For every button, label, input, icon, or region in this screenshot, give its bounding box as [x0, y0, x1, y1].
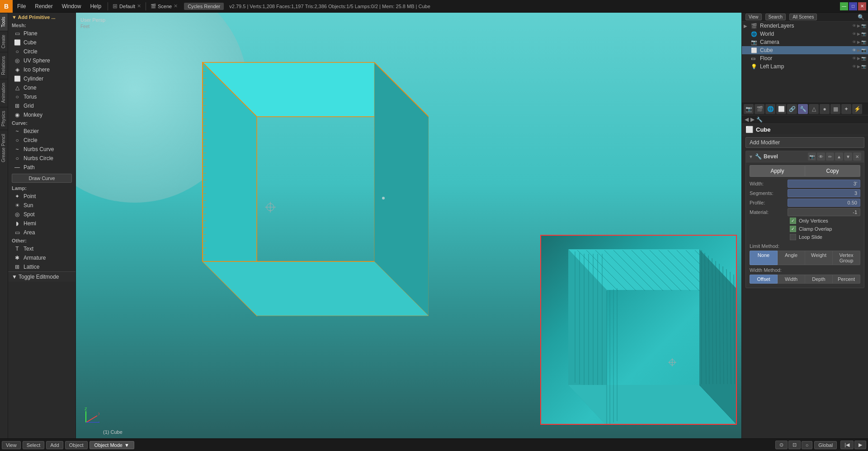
profile-value[interactable]: 0.50: [788, 199, 860, 207]
outliner-view-btn[interactable]: View: [745, 14, 762, 20]
limit-weight-btn[interactable]: Weight: [805, 251, 833, 265]
sidebar-item-plane[interactable]: ▭ Plane: [8, 29, 75, 38]
sidebar-item-bezier[interactable]: ~ Bezier: [8, 127, 75, 136]
sidebar-item-cylinder[interactable]: ⬜ Cylinder: [8, 74, 75, 83]
proportional-btn[interactable]: ○: [802, 441, 813, 449]
width-depth-btn[interactable]: Depth: [805, 275, 833, 284]
prop-modifier-icon[interactable]: 🔧: [798, 104, 808, 114]
snap-to-btn[interactable]: ⊙: [775, 441, 788, 449]
bottom-object-btn[interactable]: Object: [65, 441, 88, 449]
modifier-editmode-btn[interactable]: ✏: [826, 152, 834, 161]
outliner-row-world[interactable]: 🌐 World 👁 ▶ 📷: [742, 30, 868, 38]
sidebar-item-point[interactable]: ✦ Point: [8, 192, 75, 201]
global-btn[interactable]: Global: [814, 441, 837, 449]
tab-grease-pencil[interactable]: Grease Pencil: [0, 130, 8, 166]
sidebar-item-hemi[interactable]: ◗ Hemi: [8, 219, 75, 228]
width-value[interactable]: 3': [788, 180, 860, 188]
bottom-view-btn[interactable]: View: [2, 441, 21, 449]
prop-world-icon[interactable]: 🌐: [765, 104, 775, 114]
anim-icon[interactable]: ▶: [854, 441, 866, 449]
copy-button[interactable]: Copy: [805, 165, 860, 177]
modifier-delete-btn[interactable]: ✕: [853, 152, 861, 161]
minimize-button[interactable]: —: [840, 2, 848, 10]
only-vertices-checkbox[interactable]: ✓: [790, 218, 796, 224]
timeline-icon[interactable]: |◀: [840, 441, 854, 449]
outliner-row-floor[interactable]: ▭ Floor 👁 ▶ 📷: [742, 54, 868, 62]
sidebar-item-curve-circle[interactable]: ○ Circle: [8, 136, 75, 145]
sidebar-item-spot[interactable]: ◎ Spot: [8, 210, 75, 219]
sidebar-item-uvsphere[interactable]: ◎ UV Sphere: [8, 56, 75, 65]
outliner-search-btn[interactable]: Search: [765, 14, 786, 20]
sidebar-item-area[interactable]: ▭ Area: [8, 228, 75, 237]
toggle-editmode[interactable]: ▼ Toggle Editmode: [8, 271, 75, 282]
tab-physics[interactable]: Physics: [0, 107, 8, 130]
outliner-row-leftlamp[interactable]: 💡 Left Lamp 👁 ▶ 📷: [742, 62, 868, 71]
outliner-row-cube[interactable]: ⬜ Cube 👁 ▶ 📷: [742, 46, 868, 54]
menu-render[interactable]: Render: [30, 0, 57, 13]
modifier-down-btn[interactable]: ▼: [844, 152, 852, 161]
scene-label[interactable]: Scene: [158, 4, 172, 9]
prop-object-icon[interactable]: ⬜: [776, 104, 786, 114]
scene-x[interactable]: ✕: [174, 3, 178, 9]
prop-render-icon[interactable]: 📷: [744, 104, 754, 114]
sidebar-item-torus[interactable]: ○ Torus: [8, 92, 75, 101]
snap-type-btn[interactable]: ⊡: [788, 441, 801, 449]
outliner-search-icon[interactable]: 🔍: [858, 14, 864, 20]
outliner-scenes-btn[interactable]: All Scenes: [789, 14, 817, 20]
width-width-btn[interactable]: Width: [778, 275, 805, 284]
modifier-expand-arrow[interactable]: ▼: [749, 154, 753, 159]
width-offset-btn[interactable]: Offset: [750, 275, 778, 284]
loop-slide-checkbox[interactable]: [790, 234, 796, 240]
bottom-add-btn[interactable]: Add: [46, 441, 63, 449]
sidebar-item-nurbs-curve[interactable]: ~ Nurbs Curve: [8, 145, 75, 154]
tab-animation[interactable]: Animation: [0, 79, 8, 106]
prop-nav-back[interactable]: ◀: [745, 116, 749, 123]
sidebar-item-monkey[interactable]: ◉ Monkey: [8, 110, 75, 119]
tab-create[interactable]: Create: [0, 31, 8, 52]
add-modifier-button[interactable]: Add Modifier: [745, 137, 864, 148]
prop-particles-icon[interactable]: ✦: [841, 104, 851, 114]
sidebar-item-text[interactable]: T Text: [8, 244, 75, 253]
sidebar-item-cone[interactable]: △ Cone: [8, 83, 75, 92]
workspace-label[interactable]: Default: [119, 4, 135, 9]
outliner-row-camera[interactable]: 📷 Camera 👁 ▶ 📷: [742, 38, 868, 46]
render-engine[interactable]: Cycles Render: [184, 3, 224, 10]
modifier-eye-btn[interactable]: 👁: [817, 152, 825, 161]
sidebar-item-nurbs-circle[interactable]: ○ Nurbs Circle: [8, 154, 75, 163]
limit-none-btn[interactable]: None: [750, 251, 778, 265]
limit-vertexgroup-btn[interactable]: Vertex Group: [833, 251, 860, 265]
obj-header-name[interactable]: Cube: [756, 126, 771, 133]
bottom-select-btn[interactable]: Select: [23, 441, 45, 449]
sidebar-item-sun[interactable]: ☀ Sun: [8, 201, 75, 210]
close-button[interactable]: ✕: [858, 2, 866, 10]
prop-data-icon[interactable]: △: [809, 104, 819, 114]
sidebar-item-path[interactable]: — Path: [8, 163, 75, 172]
modifier-render-btn[interactable]: 📷: [808, 152, 816, 161]
prop-nav-forward[interactable]: ▶: [750, 116, 755, 123]
prop-scene-icon[interactable]: 🎬: [755, 104, 764, 114]
tab-tools[interactable]: Tools: [0, 13, 8, 31]
limit-angle-btn[interactable]: Angle: [778, 251, 805, 265]
outliner-row-renderlayers[interactable]: ▶ 🎬 RenderLayers 👁 ▶ 📷: [742, 22, 868, 30]
maximize-button[interactable]: □: [849, 2, 857, 10]
material-value[interactable]: -1: [788, 208, 860, 216]
clamp-overlap-checkbox[interactable]: ✓: [790, 226, 796, 232]
apply-button[interactable]: Apply: [750, 165, 805, 177]
draw-curve-button[interactable]: Draw Curve: [12, 174, 72, 183]
tab-relations[interactable]: Relations: [0, 52, 8, 79]
prop-physics-icon[interactable]: ⚡: [852, 104, 862, 114]
add-primitive-header[interactable]: ▼ Add Primitive ...: [8, 13, 75, 22]
prop-texture-icon[interactable]: ▦: [830, 104, 840, 114]
menu-file[interactable]: File: [13, 0, 30, 13]
width-percent-btn[interactable]: Percent: [833, 275, 860, 284]
sidebar-item-grid[interactable]: ⊞ Grid: [8, 101, 75, 110]
prop-constraints-icon[interactable]: 🔗: [787, 104, 797, 114]
sidebar-item-lattice[interactable]: ⊞ Lattice: [8, 262, 75, 271]
sidebar-item-cube[interactable]: ⬜ Cube: [8, 38, 75, 47]
prop-material-icon[interactable]: ●: [820, 104, 830, 114]
mode-selector[interactable]: Object Mode ▼: [90, 441, 134, 449]
menu-help[interactable]: Help: [85, 0, 106, 13]
prop-nav-down[interactable]: 🔧: [756, 117, 763, 123]
modifier-up-btn[interactable]: ▲: [835, 152, 843, 161]
viewport[interactable]: User Persp Feet: [76, 13, 741, 438]
